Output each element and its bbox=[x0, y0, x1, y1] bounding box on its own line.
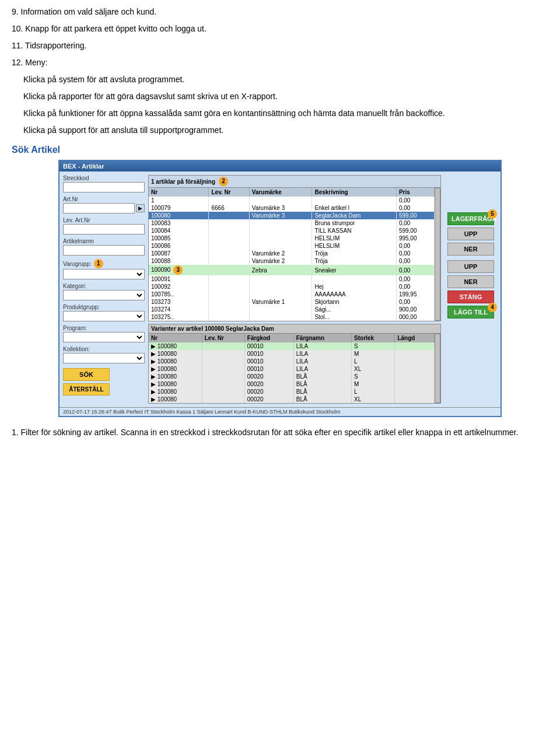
table-row[interactable]: 100090 3 Zebra Sneaker 0,00 bbox=[149, 265, 435, 275]
var-cell-storlek: S bbox=[352, 342, 395, 350]
cell-beskrivning: Sneaker bbox=[312, 265, 396, 275]
col-pris: Pris bbox=[396, 188, 434, 197]
ner2-button[interactable]: NER bbox=[447, 275, 494, 288]
lev-artnr-group: Lev. Art.Nr bbox=[63, 217, 145, 235]
table-row[interactable]: 100085 HELSLIM 995,00 bbox=[149, 235, 435, 242]
footer1: 1. Filter för sökning av artikel. Scanna… bbox=[12, 426, 548, 439]
var-cell-fargnamn: BLÅ bbox=[293, 388, 351, 396]
cell-lev-nr bbox=[209, 197, 249, 204]
artikelnamn-label: Artikelnamn bbox=[63, 238, 145, 244]
cell-nr: 103274 bbox=[149, 306, 209, 313]
table-row[interactable]: 1 0,00 bbox=[149, 197, 435, 204]
table-row[interactable]: ▶ 100080 00010 LILA L bbox=[149, 358, 435, 365]
cell-beskrivning: Bruna strumpor bbox=[312, 219, 396, 227]
var-cell-fargkod: 00020 bbox=[244, 388, 293, 396]
cell-nr: 100084 bbox=[149, 227, 209, 235]
line12-1: Klicka på system för att avsluta program… bbox=[23, 74, 548, 86]
table-row[interactable]: ▶ 100080 00020 BLÅ S bbox=[149, 373, 435, 380]
kollektion-select[interactable] bbox=[63, 353, 145, 363]
badge1: 1 bbox=[94, 259, 103, 268]
produktgrupp-select[interactable] bbox=[63, 311, 145, 321]
var-cell-fargnamn: LILA bbox=[293, 358, 351, 365]
var-cell-nr: ▶ 100080 bbox=[149, 388, 202, 396]
cell-varumarke bbox=[249, 313, 312, 321]
streckkod-input[interactable] bbox=[63, 182, 145, 192]
cell-varumarke: Varumärke 2 bbox=[249, 250, 312, 257]
lev-artnr-input[interactable] bbox=[63, 224, 145, 235]
table-row[interactable]: ▶ 100080 00010 LILA XL bbox=[149, 365, 435, 373]
upp2-button[interactable]: UPP bbox=[447, 260, 494, 273]
cell-lev-nr bbox=[209, 290, 249, 298]
bex-statusbar: 2012-07-17 15:26:47 Butik Perfect IT Sto… bbox=[60, 407, 501, 416]
var-col-nr: Nr bbox=[149, 334, 202, 342]
lagg-till-button[interactable]: LÄGG TILL 4 bbox=[447, 306, 494, 318]
artikelnamn-input[interactable] bbox=[63, 245, 145, 256]
table-row[interactable]: 103275.. Stol... 000,00 bbox=[149, 313, 435, 321]
var-cell-fargnamn: LILA bbox=[293, 342, 351, 350]
kategori-select[interactable] bbox=[63, 290, 145, 300]
table-row[interactable]: 103273 Varumärke 1 Skjortann 0,00 bbox=[149, 298, 435, 306]
ner1-button[interactable]: NER bbox=[447, 243, 494, 256]
cell-pris: 599,00 bbox=[396, 227, 434, 235]
upp1-button[interactable]: UPP bbox=[447, 228, 494, 240]
table-row[interactable]: 100091 0,00 bbox=[149, 275, 435, 283]
table-row[interactable]: 100084 TILL KASSAN 599,00 bbox=[149, 227, 435, 235]
table-row[interactable]: 100087 Varumärke 2 Tröja 0,00 bbox=[149, 250, 435, 257]
kollektion-group: Kollektion: bbox=[63, 346, 145, 363]
table-row[interactable]: ▶ 100080 00010 LILA S bbox=[149, 342, 435, 350]
cell-lev-nr bbox=[209, 227, 249, 235]
table-row[interactable]: ▶ 100080 00020 BLÅ L bbox=[149, 388, 435, 396]
sok-button[interactable]: SÖK bbox=[63, 368, 110, 381]
lagerfraqa-button[interactable]: LAGERFRÅGA 5 bbox=[447, 212, 494, 225]
var-cell-lev-nr bbox=[202, 396, 244, 403]
table-row[interactable]: 100083 Bruna strumpor 0,00 bbox=[149, 219, 435, 227]
table-row[interactable]: 100079 6666 Varumärke 3 Enkel artikel l … bbox=[149, 204, 435, 212]
cell-pris: 599,00 bbox=[396, 212, 434, 219]
cell-varumarke bbox=[249, 306, 312, 313]
var-cell-fargkod: 00020 bbox=[244, 373, 293, 380]
stang-button[interactable]: STÄNG bbox=[447, 290, 494, 303]
table-row[interactable]: ▶ 100080 00010 LILA M bbox=[149, 350, 435, 358]
cell-lev-nr bbox=[209, 235, 249, 242]
artnr-input[interactable] bbox=[63, 203, 135, 214]
cell-beskrivning: AAAAAAAA bbox=[312, 290, 396, 298]
cell-nr: 1 bbox=[149, 197, 209, 204]
variants-container: Varianter av artikel 100080 SeglarJacka … bbox=[148, 324, 441, 404]
cell-pris: 900,00 bbox=[396, 306, 434, 313]
artnr-arrow-btn[interactable]: ▶ bbox=[136, 204, 145, 212]
cell-lev-nr bbox=[209, 212, 249, 219]
cell-lev-nr: 6666 bbox=[209, 204, 249, 212]
table-row[interactable]: 100785.. AAAAAAAA 199,95 bbox=[149, 290, 435, 298]
varugrupp-select[interactable] bbox=[63, 269, 145, 279]
cell-lev-nr bbox=[209, 265, 249, 275]
table-row[interactable]: ▶ 100080 00020 BLÅ XL bbox=[149, 396, 435, 403]
variants-header: Varianter av artikel 100080 SeglarJacka … bbox=[149, 324, 440, 334]
table-row[interactable]: 100080 Varumärke 3 SeglarJacka Dam 599,0… bbox=[149, 212, 435, 219]
varugrupp-group: Varugrupp: 1 bbox=[63, 259, 145, 279]
var-cell-nr: ▶ 100080 bbox=[149, 380, 202, 388]
cell-beskrivning: HELSLIM bbox=[312, 235, 396, 242]
cell-beskrivning: Stol... bbox=[312, 313, 396, 321]
table-row[interactable]: ▶ 100080 00020 BLÅ M bbox=[149, 380, 435, 388]
table-row[interactable]: 100092 Hej 0,00 bbox=[149, 283, 435, 290]
variants-scrollbar[interactable] bbox=[435, 334, 440, 403]
table-row[interactable]: 103274 Sági... 900,00 bbox=[149, 306, 435, 313]
table-row[interactable]: 100086 HELSLIM 0,00 bbox=[149, 242, 435, 250]
var-cell-langd bbox=[395, 342, 435, 350]
var-cell-lev-nr bbox=[202, 342, 244, 350]
bex-right-panel: LAGERFRÅGA 5 UPP NER UPP NER STÄNG LÄGG … bbox=[444, 175, 497, 404]
var-cell-storlek: S bbox=[352, 373, 395, 380]
table-row[interactable]: 100088 Varumärke 2 Tröja 0,00 bbox=[149, 257, 435, 265]
var-cell-langd bbox=[395, 396, 435, 403]
cell-nr: 100080 bbox=[149, 212, 209, 219]
var-cell-storlek: M bbox=[352, 380, 395, 388]
cell-pris: 0,00 bbox=[396, 265, 434, 275]
streckkod-label: Streckkod bbox=[63, 175, 145, 181]
program-select[interactable] bbox=[63, 332, 145, 342]
var-cell-storlek: L bbox=[352, 358, 395, 365]
cell-beskrivning: Tröja bbox=[312, 257, 396, 265]
articles-scrollbar[interactable] bbox=[435, 188, 440, 321]
var-col-langd: Längd bbox=[395, 334, 435, 342]
cell-lev-nr bbox=[209, 250, 249, 257]
aterstall-button[interactable]: ÅTERSTÄLL bbox=[63, 383, 110, 396]
